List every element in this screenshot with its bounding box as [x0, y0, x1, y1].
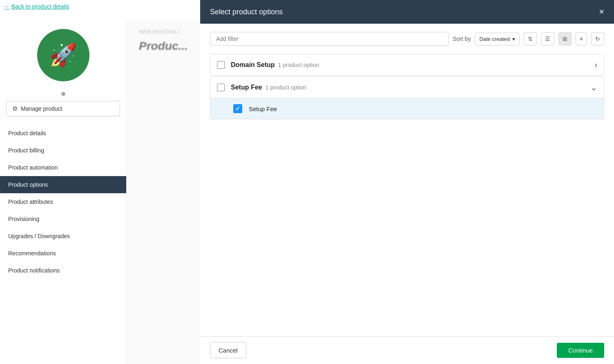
sidebar-item-upgrades-downgrades[interactable]: Upgrades / Downgrades: [0, 228, 126, 245]
sub-checkbox-setup-fee-sub[interactable]: ✓: [233, 104, 242, 113]
sort-label: Sort by: [453, 36, 471, 42]
sidebar-item-product-automation[interactable]: Product automation: [0, 159, 126, 176]
modal-footer: Cancel Continue: [200, 336, 614, 364]
sidebar-item-product-billing[interactable]: Product billing: [0, 142, 126, 159]
continue-button[interactable]: Continue: [557, 343, 604, 358]
list-item-domain-setup: Domain Setup1 product option›: [210, 54, 604, 76]
item-arrow-domain-setup: ›: [594, 60, 597, 69]
item-subtitle-setup-fee: 1 product option: [265, 84, 306, 91]
sort-order-button[interactable]: ⇅: [524, 32, 537, 45]
breadcrumb-parent: WEB HOSTING: [139, 29, 176, 35]
manage-product-label: Manage product: [21, 105, 62, 112]
sidebar-item-product-options[interactable]: Product options: [0, 176, 126, 193]
sort-chevron-icon: ▾: [512, 36, 515, 42]
back-link[interactable]: ← Back to product details: [4, 3, 69, 10]
item-subtitle-domain-setup: 1 product option: [278, 62, 319, 68]
back-arrow-icon: ←: [4, 3, 10, 10]
filter-input[interactable]: [210, 32, 449, 46]
sort-dropdown[interactable]: Date created ▾: [475, 33, 519, 45]
modal-title: Select product options: [210, 8, 283, 16]
refresh-button[interactable]: ↻: [591, 32, 604, 45]
filter-bar: Sort by Date created ▾ ⇅ ☰ ⊞ ≡ ↻: [210, 32, 604, 46]
item-title-domain-setup: Domain Setup: [231, 61, 275, 69]
manage-product-button[interactable]: ⚙ Manage product: [6, 101, 120, 116]
sidebar-item-product-notifications[interactable]: Product notifications: [0, 262, 126, 279]
product-icon-circle: 🚀: [37, 29, 90, 82]
carousel-indicator: [0, 92, 126, 96]
nav-items-container: Product detailsProduct billingProduct au…: [0, 125, 126, 279]
item-checkbox-domain-setup[interactable]: [217, 61, 225, 69]
modal-items-container: Domain Setup1 product option›Setup Fee1 …: [210, 54, 604, 119]
sidebar-item-provisioning[interactable]: Provisioning: [0, 210, 126, 228]
modal: Select product options × Sort by Date cr…: [200, 0, 614, 364]
sidebar-item-product-attributes[interactable]: Product attributes: [0, 193, 126, 210]
sub-item-title-setup-fee-sub: Setup Fee: [249, 105, 277, 112]
back-link-label: Back to product details: [11, 3, 69, 10]
checkmark-icon: ✓: [235, 105, 240, 112]
product-image-area: 🚀: [0, 20, 126, 90]
sub-item-setup-fee-sub[interactable]: ✓Setup Fee: [210, 98, 604, 119]
compact-view-button[interactable]: ≡: [576, 32, 587, 45]
close-button[interactable]: ×: [599, 7, 604, 16]
breadcrumb-separator: /: [178, 29, 180, 35]
list-view-button[interactable]: ☰: [541, 32, 554, 45]
list-item-header-domain-setup[interactable]: Domain Setup1 product option›: [210, 54, 604, 75]
sort-value: Date created: [479, 36, 509, 42]
sidebar: 🚀 ⚙ Manage product Product detailsProduc…: [0, 20, 127, 364]
modal-body: Sort by Date created ▾ ⇅ ☰ ⊞ ≡ ↻ Domain …: [200, 24, 614, 336]
cancel-button[interactable]: Cancel: [210, 342, 246, 358]
grid-view-button[interactable]: ⊞: [558, 32, 572, 45]
list-item-setup-fee: Setup Fee1 product option⌄✓Setup Fee: [210, 76, 604, 119]
carousel-dot: [61, 92, 65, 96]
gear-icon: ⚙: [12, 105, 18, 112]
rocket-icon: 🚀: [49, 42, 77, 69]
item-checkbox-setup-fee[interactable]: [217, 83, 225, 92]
item-title-setup-fee: Setup Fee: [231, 84, 262, 91]
sidebar-item-product-details[interactable]: Product details: [0, 125, 126, 142]
sidebar-item-recommendations[interactable]: Recommendations: [0, 245, 126, 262]
modal-header: Select product options ×: [200, 0, 614, 24]
list-item-header-setup-fee[interactable]: Setup Fee1 product option⌄: [210, 77, 604, 98]
item-arrow-setup-fee: ⌄: [590, 83, 597, 92]
